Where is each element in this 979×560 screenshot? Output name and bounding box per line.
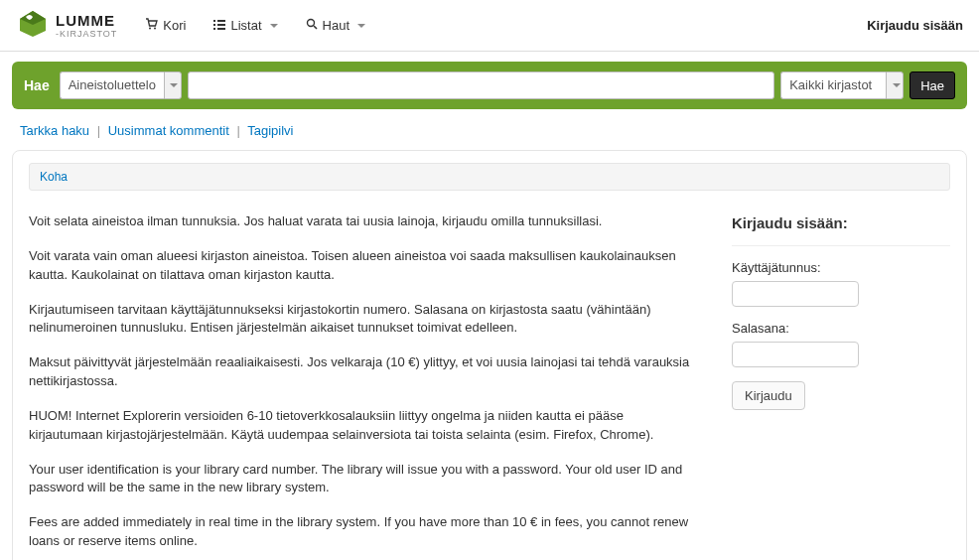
brand-text: LUMME -KIRJASTOT: [56, 12, 117, 39]
tag-cloud-link[interactable]: Tagipilvi: [247, 123, 293, 138]
search-input[interactable]: [188, 71, 774, 99]
main-content: Voit selata aineistoa ilman tunnuksia. J…: [29, 212, 692, 560]
svg-line-9: [314, 26, 317, 29]
catalog-select-value: Aineistoluettelo: [60, 71, 164, 99]
svg-point-1: [154, 28, 156, 30]
catalog-select[interactable]: Aineistoluettelo: [60, 71, 182, 99]
chevron-down-icon: [270, 24, 278, 28]
info-paragraph: Fees are added immediately in real time …: [29, 513, 692, 551]
top-navbar: LUMME -KIRJASTOT Kori Listat Haut Kirjau…: [0, 0, 979, 52]
login-sidebar: Kirjaudu sisään: Käyttäjätunnus: Salasan…: [732, 212, 950, 560]
info-paragraph: Your user identification is your library…: [29, 461, 692, 498]
password-label: Salasana:: [732, 321, 950, 336]
list-icon: [213, 18, 225, 33]
info-paragraph: Kirjautumiseen tarvitaan käyttäjätunnuks…: [29, 301, 692, 339]
password-input[interactable]: [732, 342, 859, 367]
svg-rect-2: [213, 20, 215, 22]
library-select[interactable]: Kaikki kirjastot: [780, 71, 904, 99]
info-paragraph: HUOM! Internet Explorerin versioiden 6-1…: [29, 407, 692, 445]
search-icon: [306, 18, 318, 33]
search-bar: Hae Aineistoluettelo Kaikki kirjastot Ha…: [12, 62, 967, 109]
recent-comments-link[interactable]: Uusimmat kommentit: [108, 123, 229, 138]
breadcrumb-home[interactable]: Koha: [40, 170, 68, 184]
svg-point-8: [307, 20, 314, 27]
advanced-search-link[interactable]: Tarkka haku: [20, 123, 89, 138]
login-box-title: Kirjaudu sisään:: [732, 212, 950, 231]
library-select-value: Kaikki kirjastot: [780, 71, 886, 99]
library-select-toggle[interactable]: [886, 71, 904, 99]
sublinks-row: Tarkka haku | Uusimmat kommentit | Tagip…: [0, 119, 979, 150]
main-sheet: Koha Voit selata aineistoa ilman tunnuks…: [12, 150, 967, 560]
svg-point-0: [149, 28, 151, 30]
breadcrumb: Koha: [29, 163, 950, 191]
svg-rect-5: [217, 24, 225, 26]
login-link[interactable]: Kirjaudu sisään: [867, 18, 963, 33]
info-paragraph: Voit varata vain oman alueesi kirjaston …: [29, 247, 692, 285]
chevron-down-icon: [170, 83, 178, 87]
brand-logo[interactable]: LUMME -KIRJASTOT: [16, 9, 117, 42]
cart-link[interactable]: Kori: [145, 18, 186, 33]
searches-label: Haut: [323, 18, 350, 33]
logo-icon: [16, 9, 50, 42]
chevron-down-icon: [357, 24, 365, 28]
login-button[interactable]: Kirjaudu: [732, 381, 805, 410]
lists-dropdown[interactable]: Listat: [213, 18, 277, 33]
svg-rect-4: [213, 24, 215, 26]
svg-rect-3: [217, 20, 225, 22]
cart-icon: [145, 18, 158, 33]
username-label: Käyttäjätunnus:: [732, 260, 950, 275]
lists-label: Listat: [230, 18, 261, 33]
search-button[interactable]: Hae: [909, 71, 955, 99]
cart-label: Kori: [163, 18, 186, 33]
svg-rect-6: [213, 28, 215, 30]
search-label: Hae: [24, 77, 50, 93]
info-paragraph: Maksut päivittyvät järjestelmään reaalia…: [29, 353, 692, 391]
divider: [732, 245, 950, 246]
svg-rect-7: [217, 28, 225, 30]
searches-dropdown[interactable]: Haut: [306, 18, 365, 33]
chevron-down-icon: [893, 83, 901, 87]
info-paragraph: Voit selata aineistoa ilman tunnuksia. J…: [29, 212, 692, 231]
catalog-select-toggle[interactable]: [164, 71, 182, 99]
username-input[interactable]: [732, 281, 859, 307]
